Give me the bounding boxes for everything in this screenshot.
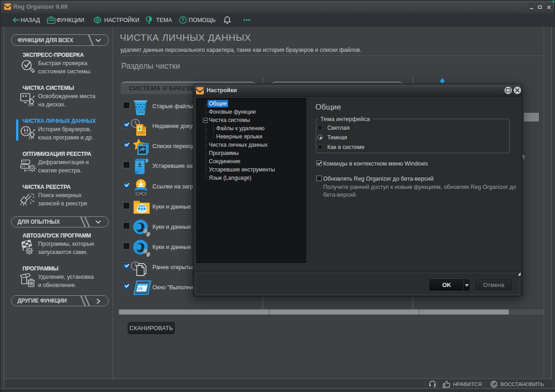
svg-text:?: ? bbox=[181, 17, 184, 22]
